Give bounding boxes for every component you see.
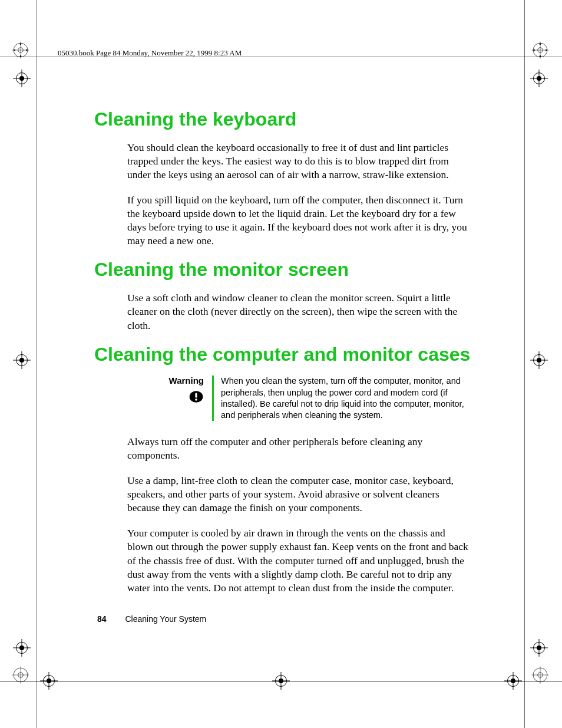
registration-mark-icon bbox=[13, 639, 31, 657]
svg-point-11 bbox=[546, 50, 547, 51]
paragraph: You should clean the keyboard occasional… bbox=[127, 141, 469, 182]
crop-line-right bbox=[524, 0, 525, 728]
warning-left: Warning bbox=[127, 375, 212, 421]
registration-mark-icon bbox=[13, 351, 31, 369]
page-number: 84 bbox=[97, 614, 107, 624]
paragraph: If you spill liquid on the keyboard, tur… bbox=[127, 193, 469, 248]
registration-mark-icon bbox=[272, 672, 290, 690]
rosette-icon bbox=[530, 40, 550, 60]
rosette-icon bbox=[11, 665, 31, 685]
paragraph: Always turn off the computer and other p… bbox=[127, 435, 469, 462]
registration-mark-icon bbox=[530, 70, 548, 87]
registration-mark-icon bbox=[40, 672, 58, 690]
rosette-icon bbox=[11, 40, 31, 60]
svg-point-10 bbox=[534, 50, 535, 51]
registration-mark-icon bbox=[504, 672, 522, 690]
body-block: Use a soft cloth and window cleaner to c… bbox=[127, 291, 469, 332]
warning-label: Warning bbox=[127, 375, 204, 386]
content-area: Cleaning the keyboard You should clean t… bbox=[94, 109, 471, 607]
footer: 84 Cleaning Your System bbox=[97, 614, 206, 624]
heading-cleaning-monitor-screen: Cleaning the monitor screen bbox=[94, 259, 471, 281]
svg-point-8 bbox=[540, 44, 541, 45]
paragraph: Use a soft cloth and window cleaner to c… bbox=[127, 291, 469, 332]
svg-rect-17 bbox=[195, 393, 197, 398]
svg-point-2 bbox=[20, 44, 22, 45]
svg-point-5 bbox=[26, 50, 28, 51]
svg-point-9 bbox=[540, 55, 541, 57]
page: 05030.book Page 84 Monday, November 22, … bbox=[0, 0, 562, 728]
warning-icon bbox=[189, 389, 204, 404]
rosette-icon bbox=[530, 665, 550, 685]
header-note: 05030.book Page 84 Monday, November 22, … bbox=[58, 48, 242, 58]
paragraph: Your computer is cooled by air drawn in … bbox=[127, 526, 469, 594]
heading-cleaning-cases: Cleaning the computer and monitor cases bbox=[94, 344, 471, 365]
svg-point-4 bbox=[14, 50, 16, 51]
registration-mark-icon bbox=[530, 351, 548, 369]
body-block: Always turn off the computer and other p… bbox=[127, 435, 469, 595]
warning-text: When you clean the system, turn off the … bbox=[212, 375, 469, 421]
registration-mark-icon bbox=[530, 639, 548, 657]
svg-point-18 bbox=[195, 399, 197, 401]
warning-callout: Warning When you clean the system, turn … bbox=[127, 375, 469, 421]
heading-cleaning-keyboard: Cleaning the keyboard bbox=[94, 109, 471, 130]
body-block: You should clean the keyboard occasional… bbox=[127, 141, 469, 248]
registration-mark-icon bbox=[13, 70, 31, 87]
crop-line-left bbox=[37, 0, 37, 728]
chapter-title: Cleaning Your System bbox=[125, 614, 206, 624]
paragraph: Use a damp, lint-free cloth to clean the… bbox=[127, 474, 469, 515]
svg-point-3 bbox=[20, 55, 22, 57]
